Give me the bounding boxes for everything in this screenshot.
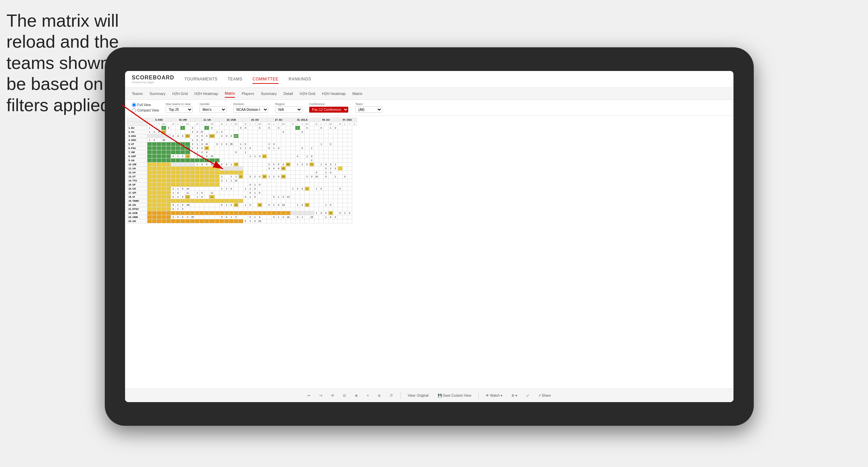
matrix-cell: 18	[286, 215, 290, 219]
subnav-h2h-grid[interactable]: H2H Grid	[172, 90, 188, 97]
matrix-cell	[252, 126, 257, 130]
sub-w1: W	[147, 122, 152, 126]
separator-btn[interactable]: +	[365, 393, 371, 398]
matrix-cell	[248, 199, 252, 203]
matrix-cell	[209, 219, 215, 223]
matrix-cell	[290, 211, 295, 215]
matrix-cell	[185, 175, 190, 179]
matrix-cell	[200, 167, 204, 171]
matrix-cell	[314, 183, 319, 187]
matrix-cell	[248, 158, 252, 163]
matrix-cell	[215, 215, 219, 219]
full-view-radio[interactable]: Full View	[132, 103, 159, 107]
matrix-cell	[215, 158, 219, 163]
matrix-cell	[347, 203, 352, 207]
matrix-cell: 0	[281, 195, 286, 199]
matrix-cell	[147, 142, 152, 146]
matrix-cell	[157, 199, 162, 203]
subnav-h2h-grid2[interactable]: H2H Grid	[300, 90, 315, 97]
matrix-cell	[323, 150, 328, 154]
subnav-summary2[interactable]: Summary	[261, 90, 277, 97]
matrix-cell: 2	[219, 175, 224, 179]
matrix-cell: 0	[180, 207, 185, 211]
conference-select[interactable]: Pac-12 Conference (All) Big Ten SEC	[309, 106, 348, 113]
matrix-cell	[257, 138, 262, 142]
division-select[interactable]: NCAA Division I NCAA Division II	[233, 106, 268, 113]
view-original-btn[interactable]: View: Original	[406, 393, 431, 398]
matrix-cell	[342, 138, 347, 142]
matrix-cell	[243, 138, 248, 142]
matrix-cell	[257, 207, 262, 211]
matrix-cell	[262, 142, 267, 146]
save-custom-btn[interactable]: 💾 Save Custom View	[436, 393, 473, 398]
matrix-cell: 1	[342, 211, 347, 215]
subnav-matrix[interactable]: Matrix	[225, 90, 235, 98]
reset-btn[interactable]: ⟳	[329, 393, 336, 398]
matrix-cell	[300, 175, 305, 179]
nav-teams[interactable]: TEAMS	[228, 75, 243, 84]
matrix-cell: 2	[152, 130, 157, 134]
nav-tournaments[interactable]: TOURNAMENTS	[185, 75, 218, 84]
matrix-cell	[262, 126, 267, 130]
matrix-cell	[176, 183, 180, 187]
gender-select[interactable]: Men's Women's	[199, 106, 226, 113]
matrix-cell	[257, 142, 262, 146]
zoom-out-btn[interactable]: ⊖	[376, 393, 383, 398]
matrix-cell	[338, 150, 342, 154]
matrix-cell	[157, 183, 162, 187]
team-select[interactable]: (All)	[355, 106, 382, 113]
matrix-cell: 0	[267, 146, 271, 150]
subnav-h2h-heatmap2[interactable]: H2H Heatmap	[322, 90, 346, 97]
settings-btn[interactable]: ⚙ ▾	[509, 393, 519, 398]
compact-view-radio[interactable]: Compact View	[132, 108, 159, 113]
subnav-matrix2[interactable]: Matrix	[352, 90, 362, 97]
subnav-teams[interactable]: Teams	[132, 90, 143, 97]
matrix-cell	[238, 195, 243, 199]
matrix-content[interactable]: 3. ASU 10. UW 11. UA 22. UCB 24. UO 27. …	[125, 116, 733, 386]
matrix-cell	[200, 203, 204, 207]
matrix-cell	[267, 154, 271, 158]
nav-committee[interactable]: COMMITTEE	[252, 75, 279, 84]
expand-btn[interactable]: ⤢	[524, 393, 531, 398]
region-select[interactable]: N/A East West Midwest South	[275, 106, 302, 113]
zoom-fit-btn[interactable]: ⊡	[341, 393, 348, 398]
matrix-cell	[257, 134, 262, 138]
matrix-cell	[209, 215, 215, 219]
matrix-cell: 2	[300, 163, 305, 167]
matrix-cell: 25	[190, 215, 195, 219]
matrix-cell: 2	[190, 130, 195, 134]
matrix-cell	[347, 167, 352, 171]
matrix-cell	[166, 146, 171, 150]
sub-l1: L	[152, 122, 157, 126]
matrix-cell	[157, 215, 162, 219]
subnav-h2h-heatmap[interactable]: H2H Heatmap	[194, 90, 218, 97]
timer-btn[interactable]: ⏱	[388, 393, 395, 398]
matrix-cell	[215, 207, 219, 211]
matrix-cell	[238, 154, 243, 158]
matrix-cell	[224, 207, 229, 211]
matrix-cell: 4	[323, 163, 328, 167]
max-teams-select[interactable]: Top 25 Top 50 All	[166, 106, 193, 113]
nav-rankings[interactable]: RANKINGS	[289, 75, 311, 84]
matrix-cell: 1	[290, 187, 295, 191]
matrix-cell	[276, 158, 281, 163]
watch-btn[interactable]: 👁 Watch ▾	[484, 393, 504, 398]
sub-t1: T	[157, 122, 162, 126]
matrix-cell	[262, 179, 267, 183]
subnav-players[interactable]: Players	[242, 90, 254, 97]
undo-btn[interactable]: ↩	[306, 393, 312, 398]
redo-btn[interactable]: ↪	[317, 393, 324, 398]
matrix-cell	[162, 171, 166, 175]
matrix-cell	[219, 158, 224, 163]
matrix-cell: 0	[171, 154, 176, 158]
subnav-detail[interactable]: Detail	[284, 90, 293, 97]
matrix-cell	[328, 183, 333, 187]
subnav-summary[interactable]: Summary	[149, 90, 165, 97]
share-btn[interactable]: ↗ Share	[536, 393, 553, 398]
zoom-in-btn[interactable]: ⊕	[353, 393, 360, 398]
matrix-cell: 0	[319, 187, 323, 191]
matrix-cell	[209, 183, 215, 187]
toolbar-sep1	[400, 392, 401, 399]
matrix-cell	[176, 126, 180, 130]
matrix-cell: 1	[238, 146, 243, 150]
